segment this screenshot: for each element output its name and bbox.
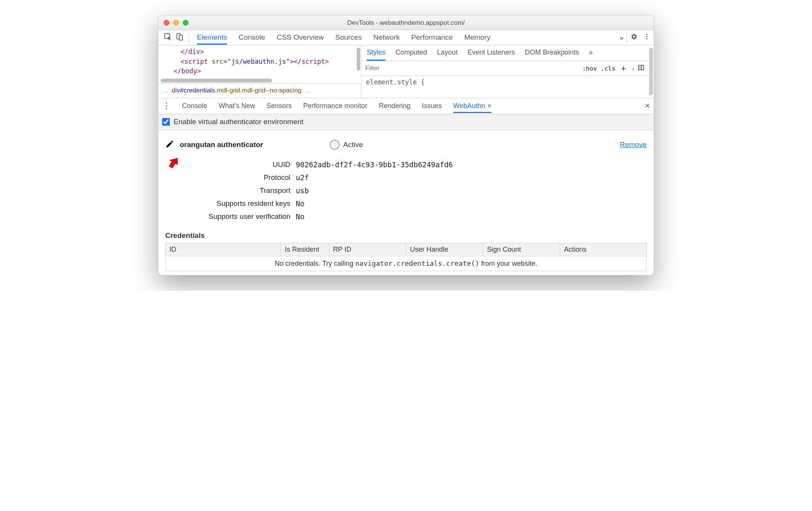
- drawer-tab-rendering[interactable]: Rendering: [379, 99, 411, 113]
- styles-tab-layout[interactable]: Layout: [437, 49, 458, 61]
- styles-tab-styles[interactable]: Styles: [367, 49, 385, 61]
- dom-source-code[interactable]: </div><script src="js/webauthn.js"></scr…: [158, 45, 361, 78]
- drawer-menu-icon[interactable]: ⋮: [162, 101, 173, 111]
- auth-field-label: Supports resident keys: [170, 199, 296, 208]
- active-authenticator-radio[interactable]: [330, 140, 340, 150]
- resize-corner-icon: ◢: [632, 66, 634, 71]
- styles-filter-input[interactable]: [365, 63, 578, 74]
- main-tab-console[interactable]: Console: [238, 31, 265, 45]
- auth-field-value: No: [296, 199, 647, 208]
- webauthn-toolbar: Enable virtual authenticator environment: [158, 114, 654, 130]
- auth-field-value: usb: [296, 186, 647, 195]
- credentials-column-header[interactable]: Sign Count: [483, 243, 560, 256]
- auth-field-value: u2f: [296, 173, 647, 182]
- kebab-menu-icon[interactable]: [643, 33, 651, 42]
- main-tab-elements[interactable]: Elements: [197, 31, 227, 45]
- source-line[interactable]: </body>: [167, 66, 357, 76]
- svg-rect-6: [638, 65, 644, 70]
- webauthn-body: orangutan authenticator Active Remove UU…: [158, 130, 654, 275]
- drawer: ⋮ ConsoleWhat's NewSensorsPerformance mo…: [158, 98, 654, 275]
- source-line[interactable]: </div>: [167, 47, 357, 57]
- enable-virtual-auth-checkbox[interactable]: [162, 118, 170, 126]
- annotation-arrow-icon: [166, 154, 183, 173]
- auth-field-label: Transport: [170, 186, 296, 195]
- credentials-column-header[interactable]: RP ID: [329, 243, 406, 256]
- drawer-tab-webauthn[interactable]: WebAuthn ×: [453, 99, 491, 113]
- elements-split: </div><script src="js/webauthn.js"></scr…: [158, 45, 654, 98]
- breadcrumb-prefix: …: [162, 87, 169, 94]
- remove-authenticator-link[interactable]: Remove: [620, 141, 647, 149]
- new-style-rule-icon[interactable]: ＋: [619, 63, 628, 74]
- settings-gear-icon[interactable]: [630, 33, 638, 42]
- main-tab-performance[interactable]: Performance: [411, 31, 453, 45]
- edit-authenticator-name-icon[interactable]: [165, 139, 174, 150]
- credentials-empty-row: No credentials. Try calling navigator.cr…: [166, 256, 647, 271]
- svg-point-3: [646, 34, 647, 35]
- styles-tab-computed[interactable]: Computed: [395, 49, 427, 61]
- credentials-column-header[interactable]: ID: [166, 243, 281, 256]
- styles-tab-event-listeners[interactable]: Event Listeners: [467, 49, 515, 61]
- source-line[interactable]: <script src="js/webauthn.js"></script>: [167, 57, 357, 67]
- enable-virtual-auth-label: Enable virtual authenticator environment: [174, 118, 303, 126]
- devtools-window: DevTools - webauthndemo.appspot.com/ Ele…: [158, 15, 654, 275]
- styles-body[interactable]: element.style {: [361, 76, 648, 88]
- cls-toggle[interactable]: .cls: [601, 65, 615, 72]
- auth-field-label: Supports user verification: [170, 212, 296, 221]
- styles-tab-dom-breakpoints[interactable]: DOM Breakpoints: [525, 49, 579, 61]
- window-title: DevTools - webauthndemo.appspot.com/: [158, 19, 654, 27]
- device-toolbar-icon[interactable]: [175, 32, 184, 43]
- styles-more-chevron-icon[interactable]: »: [589, 49, 593, 61]
- main-tab-css-overview[interactable]: CSS Overview: [277, 31, 324, 45]
- credentials-table: IDIs ResidentRP IDUser HandleSign CountA…: [165, 243, 647, 271]
- vertical-scrollbar[interactable]: [357, 48, 360, 71]
- drawer-tab-performance-monitor[interactable]: Performance monitor: [303, 99, 367, 113]
- horizontal-scrollbar[interactable]: [161, 79, 272, 82]
- styles-pane: StylesComputedLayoutEvent ListenersDOM B…: [361, 45, 648, 98]
- dom-breadcrumb[interactable]: … div#credentials.mdl-grid.mdl-grid--no-…: [158, 83, 361, 98]
- drawer-tab-console[interactable]: Console: [182, 99, 207, 113]
- styles-sidebar-toggle-icon[interactable]: [638, 64, 644, 73]
- credentials-heading: Credentials: [165, 231, 647, 240]
- macos-titlebar: DevTools - webauthndemo.appspot.com/: [158, 16, 654, 30]
- svg-point-5: [646, 38, 647, 39]
- drawer-tab-sensors[interactable]: Sensors: [267, 99, 292, 113]
- auth-field-value: No: [296, 212, 647, 221]
- active-label: Active: [343, 141, 363, 149]
- credentials-column-header[interactable]: User Handle: [406, 243, 483, 256]
- svg-point-4: [646, 36, 647, 37]
- authenticator-name: orangutan authenticator: [180, 141, 263, 149]
- main-tab-network[interactable]: Network: [373, 31, 400, 45]
- more-tabs-chevron-icon[interactable]: »: [619, 31, 624, 44]
- auth-field-label: Protocol: [170, 173, 296, 182]
- drawer-tab-close-icon[interactable]: ×: [487, 102, 491, 110]
- credentials-column-header[interactable]: Is Resident: [281, 243, 329, 256]
- hov-toggle[interactable]: :hov: [582, 65, 597, 72]
- drawer-close-icon[interactable]: ×: [645, 101, 650, 111]
- auth-field-value: 90262adb-df2f-4c93-9bb1-35db6249afd6: [296, 160, 647, 169]
- drawer-tab-issues[interactable]: Issues: [422, 99, 442, 113]
- breadcrumb-suffix: …: [304, 87, 311, 94]
- main-tabstrip: ElementsConsoleCSS OverviewSourcesNetwor…: [158, 30, 654, 45]
- drawer-tab-what-s-new[interactable]: What's New: [219, 99, 255, 113]
- svg-rect-2: [179, 35, 182, 40]
- dom-source-pane: </div><script src="js/webauthn.js"></scr…: [158, 45, 361, 98]
- auth-field-label: UUID: [170, 160, 296, 169]
- outer-vertical-scrollbar[interactable]: [649, 48, 653, 95]
- main-tab-memory[interactable]: Memory: [464, 31, 491, 45]
- credentials-column-header[interactable]: Actions: [560, 243, 646, 256]
- main-tab-sources[interactable]: Sources: [335, 31, 362, 45]
- inspect-element-icon[interactable]: [164, 32, 172, 43]
